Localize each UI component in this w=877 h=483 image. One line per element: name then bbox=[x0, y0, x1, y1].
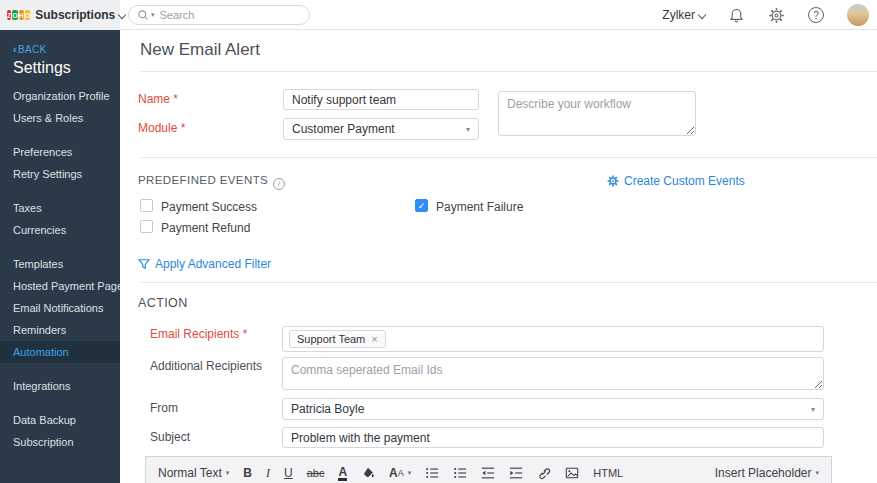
font-picker-dropdown[interactable]: AA ▾ bbox=[389, 466, 411, 480]
settings-sidebar: ‹BACK Settings Organization Profile User… bbox=[0, 30, 120, 483]
divider bbox=[140, 157, 877, 158]
image-icon bbox=[565, 466, 579, 480]
required-asterisk: * bbox=[243, 327, 248, 341]
zoho-logo-tile: O bbox=[25, 10, 30, 20]
subject-label: Subject bbox=[150, 430, 190, 444]
email-recipients-label: Email Recipients * bbox=[150, 327, 247, 341]
name-label-text: Name bbox=[138, 92, 170, 106]
payment-refund-label[interactable]: Payment Refund bbox=[161, 221, 250, 235]
unordered-list-button[interactable] bbox=[453, 466, 467, 480]
name-input[interactable] bbox=[283, 89, 479, 110]
sidebar-item-organization-profile[interactable]: Organization Profile bbox=[0, 85, 120, 107]
payment-failure-checkbox[interactable]: ✓ bbox=[415, 199, 428, 212]
org-switcher[interactable]: Zylker bbox=[662, 8, 706, 22]
back-label: BACK bbox=[18, 44, 46, 55]
predefined-events-heading: PREDEFINED EVENTSi bbox=[138, 174, 285, 188]
apply-advanced-filter-label: Apply Advanced Filter bbox=[155, 257, 271, 271]
insert-placeholder-label: Insert Placeholder bbox=[715, 466, 812, 480]
ordered-list-button[interactable] bbox=[425, 466, 439, 480]
sidebar-item-data-backup[interactable]: Data Backup bbox=[0, 409, 120, 431]
indent-button[interactable] bbox=[509, 466, 523, 480]
sidebar-item-integrations[interactable]: Integrations bbox=[0, 375, 120, 397]
subject-input[interactable] bbox=[282, 427, 824, 448]
sidebar-item-email-notifications[interactable]: Email Notifications bbox=[0, 297, 120, 319]
divider bbox=[140, 71, 877, 72]
zoho-logo-tile: H bbox=[19, 10, 24, 20]
predefined-events-heading-text: PREDEFINED EVENTS bbox=[138, 174, 268, 186]
module-label-text: Module bbox=[138, 121, 177, 135]
rich-text-toolbar: Normal Text ▾ B I U abc A AA ▾ bbox=[145, 456, 832, 483]
email-recipients-label-text: Email Recipients bbox=[150, 327, 239, 341]
sidebar-item-templates[interactable]: Templates bbox=[0, 253, 120, 275]
product-name: Subscriptions bbox=[35, 8, 115, 22]
ordered-list-icon bbox=[425, 466, 439, 480]
payment-success-label[interactable]: Payment Success bbox=[161, 200, 257, 214]
chevron-down-icon: ▾ bbox=[226, 469, 230, 477]
bold-button[interactable]: B bbox=[243, 466, 252, 480]
create-custom-events-label: Create Custom Events bbox=[624, 174, 745, 188]
sidebar-item-currencies[interactable]: Currencies bbox=[0, 219, 120, 241]
remove-chip-icon[interactable]: × bbox=[371, 333, 377, 345]
font-color-button[interactable]: A bbox=[338, 466, 347, 481]
back-button[interactable]: ‹BACK bbox=[0, 30, 120, 55]
strikethrough-button[interactable]: abc bbox=[307, 467, 325, 479]
search-input[interactable]: ▾ Search bbox=[128, 5, 310, 25]
recipient-chip: Support Team × bbox=[289, 330, 386, 348]
additional-recipients-textarea[interactable] bbox=[282, 357, 824, 390]
email-recipients-input[interactable]: Support Team × bbox=[282, 326, 824, 352]
gear-icon bbox=[607, 175, 619, 187]
sidebar-item-subscription[interactable]: Subscription bbox=[0, 431, 120, 453]
sidebar-item-automation[interactable]: Automation bbox=[0, 341, 120, 363]
font-picker-icon: A bbox=[389, 466, 398, 480]
action-heading: ACTION bbox=[138, 296, 188, 310]
indent-icon bbox=[509, 466, 523, 480]
outdent-button[interactable] bbox=[481, 466, 495, 480]
sidebar-item-taxes[interactable]: Taxes bbox=[0, 197, 120, 219]
from-label: From bbox=[150, 401, 178, 415]
payment-failure-label[interactable]: Payment Failure bbox=[436, 200, 523, 214]
notifications-button[interactable] bbox=[728, 7, 745, 24]
italic-button[interactable]: I bbox=[266, 466, 270, 481]
sidebar-item-users-roles[interactable]: Users & Roles bbox=[0, 107, 120, 129]
question-icon: ? bbox=[808, 7, 824, 23]
paragraph-style-dropdown[interactable]: Normal Text ▾ bbox=[158, 466, 229, 480]
insert-link-button[interactable] bbox=[537, 466, 551, 480]
org-name: Zylker bbox=[662, 8, 695, 22]
description-textarea[interactable] bbox=[498, 91, 696, 136]
recipient-chip-label: Support Team bbox=[297, 333, 365, 345]
zoho-logo-tile: O bbox=[12, 10, 17, 20]
search-scope-caret-icon[interactable]: ▾ bbox=[151, 11, 155, 19]
sidebar-item-reminders[interactable]: Reminders bbox=[0, 319, 120, 341]
top-bar: Z O H O Subscriptions ▾ Search Zylker bbox=[0, 0, 877, 30]
html-button[interactable]: HTML bbox=[593, 467, 623, 479]
payment-refund-checkbox[interactable] bbox=[140, 220, 153, 233]
help-button[interactable]: ? bbox=[808, 7, 824, 23]
from-select[interactable]: Patricia Boyle ▾ bbox=[282, 398, 824, 420]
sidebar-item-retry-settings[interactable]: Retry Settings bbox=[0, 163, 120, 185]
sidebar-item-preferences[interactable]: Preferences bbox=[0, 141, 120, 163]
create-custom-events-link[interactable]: Create Custom Events bbox=[607, 174, 745, 188]
gear-icon bbox=[768, 7, 785, 24]
highlight-color-button[interactable] bbox=[361, 466, 375, 480]
sidebar-item-hosted-payment-pages[interactable]: Hosted Payment Pages bbox=[0, 275, 120, 297]
page-title: New Email Alert bbox=[140, 40, 260, 60]
user-avatar[interactable] bbox=[847, 4, 869, 26]
required-asterisk: * bbox=[181, 121, 186, 135]
chevron-down-icon: ▾ bbox=[811, 405, 815, 414]
chevron-down-icon[interactable] bbox=[119, 11, 120, 18]
module-select[interactable]: Customer Payment ▾ bbox=[283, 118, 479, 140]
settings-button[interactable] bbox=[768, 7, 785, 24]
module-value: Customer Payment bbox=[292, 122, 395, 136]
info-icon[interactable]: i bbox=[273, 178, 285, 190]
zoho-logo-tile: Z bbox=[7, 10, 11, 20]
insert-placeholder-dropdown[interactable]: Insert Placeholder ▾ bbox=[715, 466, 819, 480]
apply-advanced-filter-link[interactable]: Apply Advanced Filter bbox=[138, 257, 271, 271]
app-logo[interactable]: Z O H O Subscriptions bbox=[0, 0, 120, 30]
underline-button[interactable]: U bbox=[284, 466, 293, 480]
insert-image-button[interactable] bbox=[565, 466, 579, 480]
payment-success-checkbox[interactable] bbox=[140, 199, 153, 212]
paragraph-style-value: Normal Text bbox=[158, 466, 222, 480]
bullet-list-icon bbox=[453, 466, 467, 480]
bell-icon bbox=[728, 7, 745, 24]
search-icon bbox=[137, 9, 149, 21]
